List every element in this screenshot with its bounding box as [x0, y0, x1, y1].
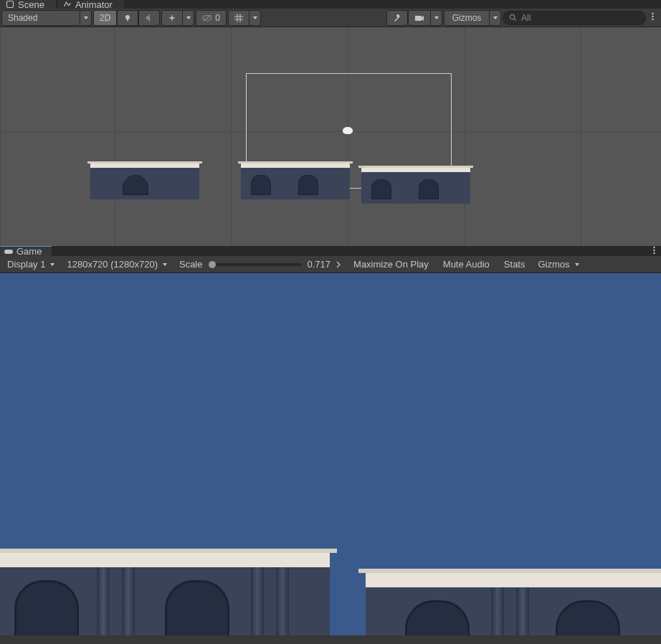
- svg-point-10: [652, 19, 653, 20]
- chevron-down-icon: [434, 15, 439, 21]
- game-options-menu[interactable]: [647, 246, 661, 257]
- chevron-right-icon: [336, 261, 341, 268]
- effects-icon: [168, 14, 176, 22]
- display-label: Display 1: [7, 259, 45, 270]
- camera-icon: [414, 14, 424, 22]
- stats-label: Stats: [504, 259, 526, 270]
- svg-rect-5: [415, 16, 422, 21]
- scene-tabs: Scene Animator: [0, 0, 661, 9]
- shading-label: Shaded: [8, 13, 37, 23]
- game-gizmos-label: Gizmos: [538, 259, 569, 270]
- tab-scene-label: Scene: [18, 0, 44, 9]
- game-gizmos-dropdown[interactable]: Gizmos: [533, 257, 584, 272]
- svg-point-9: [652, 16, 653, 17]
- platform: [90, 164, 199, 199]
- search-input[interactable]: All: [503, 11, 646, 25]
- camera-dropdown-arrow[interactable]: [431, 10, 442, 26]
- search-placeholder: All: [521, 13, 531, 23]
- svg-point-14: [653, 252, 655, 253]
- scale-slider-thumb[interactable]: [209, 261, 216, 268]
- mode-2d-button[interactable]: 2D: [93, 10, 117, 26]
- chevron-down-icon: [83, 15, 89, 21]
- game-toolbar: Display 1 1280x720 (1280x720) Scale 0.71…: [0, 256, 661, 273]
- lighting-toggle[interactable]: [117, 10, 138, 26]
- mute-audio-button[interactable]: Mute Audio: [437, 257, 495, 272]
- gizmos-dropdown[interactable]: Gizmos: [444, 10, 490, 26]
- resolution-label: 1280x720 (1280x720): [67, 259, 158, 270]
- scale-label: Scale: [179, 259, 203, 270]
- audio-icon: [145, 14, 153, 22]
- maximize-on-play-button[interactable]: Maximize On Play: [348, 257, 434, 272]
- scale-value: 0.717: [308, 259, 331, 270]
- grid-toggle[interactable]: [228, 10, 249, 26]
- game-icon: [4, 248, 13, 255]
- grid-icon: [234, 14, 243, 22]
- svg-rect-11: [4, 250, 13, 254]
- effects-dropdown-arrow[interactable]: [183, 10, 194, 26]
- hidden-objects-button[interactable]: 0: [196, 10, 227, 26]
- tools-button[interactable]: [386, 10, 408, 26]
- audio-toggle[interactable]: [138, 10, 160, 26]
- tab-game-label: Game: [16, 246, 42, 257]
- svg-point-6: [510, 14, 514, 19]
- stats-button[interactable]: Stats: [498, 257, 531, 272]
- chevron-down-icon: [252, 15, 258, 21]
- wrench-icon: [393, 14, 401, 22]
- mode-2d-label: 2D: [100, 13, 110, 23]
- platform: [241, 164, 350, 199]
- camera-button[interactable]: [408, 10, 431, 26]
- shading-dropdown[interactable]: Shaded: [1, 10, 80, 26]
- svg-rect-0: [7, 1, 14, 8]
- scale-control: Scale 0.717: [175, 259, 345, 270]
- effects-toggle[interactable]: [161, 10, 183, 26]
- game-panel-header: Game: [0, 246, 661, 256]
- game-platform: [0, 553, 330, 635]
- svg-rect-2: [127, 19, 128, 21]
- gizmos-label: Gizmos: [452, 13, 482, 23]
- platform: [361, 168, 470, 204]
- scene-viewport[interactable]: [0, 27, 661, 246]
- chevron-down-icon: [493, 15, 498, 21]
- hidden-count: 0: [215, 13, 220, 23]
- tab-game[interactable]: Game: [0, 246, 52, 256]
- grid-dropdown-arrow[interactable]: [249, 10, 261, 26]
- eye-slash-icon: [202, 14, 212, 22]
- chevron-down-icon: [49, 262, 55, 267]
- dots-vertical-icon: [652, 12, 654, 21]
- chevron-down-icon: [162, 262, 168, 267]
- scene-toolbar: Shaded 2D 0: [0, 9, 661, 27]
- lightbulb-icon: [123, 14, 132, 22]
- game-platform: [366, 573, 661, 635]
- scene-options-menu[interactable]: [646, 12, 660, 23]
- svg-line-7: [514, 19, 516, 21]
- dots-vertical-icon: [653, 246, 655, 255]
- scale-slider[interactable]: [209, 263, 302, 266]
- tab-animator[interactable]: Animator: [57, 0, 124, 9]
- display-dropdown[interactable]: Display 1: [3, 257, 60, 272]
- maximize-label: Maximize On Play: [353, 259, 429, 270]
- gizmos-dropdown-arrow[interactable]: [490, 10, 501, 26]
- scene-icon: [6, 0, 14, 9]
- svg-point-8: [652, 13, 653, 14]
- shading-dropdown-arrow[interactable]: [80, 10, 92, 26]
- svg-point-12: [653, 246, 655, 247]
- player-sprite: [343, 127, 353, 134]
- chevron-down-icon: [186, 15, 191, 21]
- animator-icon: [63, 0, 72, 9]
- svg-point-13: [653, 249, 655, 250]
- mute-label: Mute Audio: [443, 259, 490, 270]
- game-viewport[interactable]: [0, 273, 661, 635]
- search-icon: [509, 14, 517, 22]
- tab-scene[interactable]: Scene: [0, 0, 56, 9]
- tab-animator-label: Animator: [75, 0, 113, 9]
- resolution-dropdown[interactable]: 1280x720 (1280x720): [62, 257, 172, 272]
- chevron-down-icon: [574, 262, 580, 267]
- svg-point-1: [125, 15, 130, 19]
